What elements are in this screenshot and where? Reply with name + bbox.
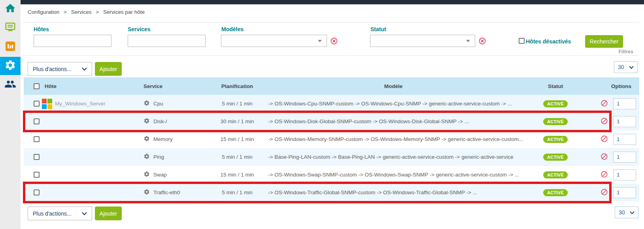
service-gear-icon	[144, 171, 150, 178]
page-size-select-bottom[interactable]: 30	[615, 206, 638, 218]
table-row: Traffic-eth0 5 min / 1 min -> OS-Windows…	[24, 184, 639, 201]
disabled-hosts-label: Hôtes désactivés	[526, 38, 571, 45]
dropdown-triangle-icon	[318, 40, 322, 42]
table-header-row: Hôte Service Planification Modèle Statut…	[24, 77, 639, 95]
table-row: Ping 5 min / 1 min -> Base-Ping-LAN-cust…	[24, 148, 639, 166]
disable-icon[interactable]	[601, 171, 608, 179]
bar-chart-icon	[4, 40, 16, 54]
chevron-down-icon	[630, 209, 635, 216]
sidebar	[0, 0, 21, 229]
disable-icon[interactable]	[601, 188, 608, 197]
breadcrumb-services[interactable]: Services	[71, 9, 92, 15]
page-size-value: 30	[618, 64, 624, 70]
more-actions-select-bottom[interactable]: Plus d'actions...	[28, 206, 92, 220]
service-gear-icon	[144, 135, 150, 143]
more-actions-value: Plus d'actions...	[33, 210, 72, 217]
add-button-top[interactable]: Ajouter	[95, 62, 122, 76]
windows-logo-icon	[42, 99, 52, 109]
options-count-input[interactable]	[613, 169, 636, 180]
header-options: Options	[585, 83, 639, 89]
services-filter-input[interactable]	[128, 35, 206, 47]
planification-cell: 15 min / 1 min	[213, 136, 261, 142]
header-service: Service	[144, 83, 162, 89]
sidebar-item-configuration[interactable]	[0, 57, 21, 75]
header-modele: Modèle	[261, 83, 526, 89]
disabled-hosts-checkbox[interactable]	[519, 38, 525, 44]
row-checkbox[interactable]	[34, 101, 40, 107]
people-icon	[4, 78, 16, 92]
chevron-down-icon	[629, 64, 634, 70]
service-gear-icon	[144, 100, 150, 107]
planification-cell: 15 min / 1 min	[213, 172, 261, 178]
status-filter-label: Statut	[370, 26, 386, 32]
sidebar-item-monitoring[interactable]	[0, 19, 21, 37]
status-badge: ACTIVÉ	[543, 118, 568, 125]
status-badge: ACTIVÉ	[543, 136, 568, 143]
templates-filter-label: Modèles	[221, 26, 244, 32]
templates-filter-select[interactable]	[221, 35, 327, 47]
more-actions-select-top[interactable]: Plus d'actions...	[28, 62, 92, 76]
home-icon	[4, 2, 16, 16]
status-clear-icon[interactable]	[479, 38, 486, 45]
breadcrumb-separator: >	[96, 9, 99, 15]
filters-caption: Filtres	[585, 49, 633, 54]
templates-clear-icon[interactable]	[330, 38, 338, 45]
filter-panel: Hôtes Services Modèles Statut Hôt	[22, 22, 639, 56]
row-checkbox[interactable]	[34, 172, 40, 178]
planification-cell: 5 min / 1 min	[213, 154, 261, 160]
page-size-select-top[interactable]: 30	[614, 61, 638, 73]
gear-icon	[4, 59, 16, 73]
header-planification: Planification	[213, 83, 261, 89]
dropdown-triangle-icon	[466, 40, 470, 42]
planification-cell: 5 min / 1 min	[213, 190, 261, 195]
service-name[interactable]: Ping	[153, 154, 164, 160]
service-name[interactable]: Disk-/	[153, 118, 167, 124]
options-count-input[interactable]	[613, 187, 636, 198]
options-count-input[interactable]	[613, 116, 636, 127]
table-row: Swap 15 min / 1 min -> OS-Windows-Swap-S…	[24, 166, 639, 184]
breadcrumb-services-par-hote[interactable]: Services par hôte	[103, 9, 145, 15]
breadcrumb-configuration[interactable]: Configuration	[28, 9, 59, 15]
modele-cell: -> Base-Ping-LAN-custom -> Base-Ping-LAN…	[261, 154, 526, 160]
service-gear-icon	[144, 153, 150, 161]
modele-cell: -> OS-Windows-Cpu-SNMP-custom -> OS-Wind…	[261, 101, 526, 107]
more-actions-value: Plus d'actions...	[33, 66, 72, 72]
table-row: Disk-/ 30 min / 1 min -> OS-Windows-Disk…	[24, 113, 639, 130]
modele-cell: -> OS-Windows-Traffic-Global-SNMP-custom…	[261, 190, 526, 195]
services-by-host-page: Configuration > Services > Services par …	[0, 0, 644, 229]
add-button-bottom[interactable]: Ajouter	[95, 206, 122, 220]
sidebar-item-home[interactable]	[0, 0, 21, 18]
options-count-input[interactable]	[613, 98, 636, 109]
row-checkbox[interactable]	[34, 136, 40, 142]
services-filter-label: Services	[128, 26, 151, 32]
services-table: Hôte Service Planification Modèle Statut…	[24, 77, 639, 201]
disable-icon[interactable]	[601, 135, 608, 144]
hosts-filter-input[interactable]	[34, 35, 111, 47]
service-name[interactable]: Traffic-eth0	[153, 190, 180, 195]
sidebar-item-administration[interactable]	[0, 76, 21, 94]
service-gear-icon	[144, 118, 150, 125]
status-filter-select[interactable]	[370, 35, 475, 47]
disable-icon[interactable]	[601, 153, 608, 161]
chevron-down-icon	[82, 210, 87, 217]
options-count-input[interactable]	[613, 152, 636, 163]
row-checkbox[interactable]	[34, 154, 40, 160]
disable-icon[interactable]	[601, 117, 608, 126]
search-button[interactable]: Rechercher	[585, 35, 623, 48]
status-badge: ACTIVÉ	[543, 171, 568, 178]
disable-icon[interactable]	[601, 99, 608, 108]
modele-cell: -> OS-Windows-Disk-Global-SNMP-custom ->…	[261, 118, 526, 124]
row-checkbox[interactable]	[34, 118, 40, 124]
status-badge: ACTIVÉ	[543, 189, 568, 196]
service-name[interactable]: Swap	[153, 172, 167, 178]
sidebar-item-reporting[interactable]	[0, 38, 21, 56]
options-count-input[interactable]	[613, 134, 636, 145]
host-name[interactable]: My_Windows_Server	[55, 101, 106, 107]
top-bar	[21, 0, 644, 4]
service-name[interactable]: Cpu	[153, 101, 163, 107]
table-row: My_Windows_Server Cpu 5 min / 1 min -> O…	[24, 95, 639, 113]
service-name[interactable]: Memory	[153, 136, 173, 142]
row-checkbox[interactable]	[34, 190, 40, 195]
select-all-checkbox[interactable]	[34, 83, 40, 89]
breadcrumb: Configuration > Services > Services par …	[28, 9, 145, 15]
